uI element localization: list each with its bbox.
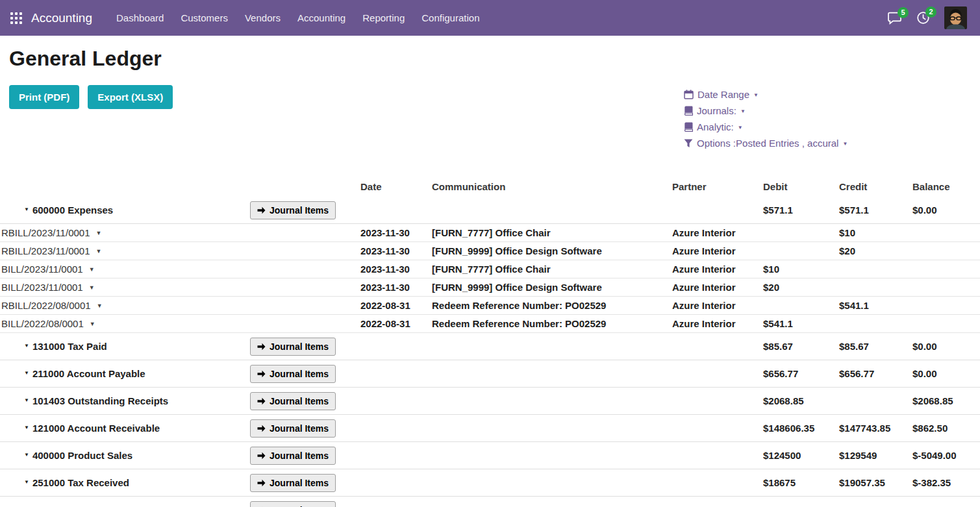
- page-title: General Ledger: [0, 36, 980, 71]
- group-credit: $19057.35: [839, 477, 912, 488]
- filter-date-range[interactable]: Date Range ▼: [684, 86, 848, 103]
- col-header-partner: Partner: [672, 181, 763, 192]
- collapse-caret-icon[interactable]: ▼: [24, 370, 29, 376]
- journal-items-button[interactable]: Journal Items: [250, 365, 336, 383]
- account-name: 121000 Account Receivable: [32, 423, 160, 434]
- account-name: 101403 Outstanding Receipts: [32, 395, 168, 406]
- account-group-row: ▼ 211000 Account Payable Journal Items $…: [0, 360, 980, 388]
- menu-item-reporting[interactable]: Reporting: [354, 0, 413, 36]
- col-header-credit: Credit: [839, 181, 912, 192]
- collapse-caret-icon[interactable]: ▼: [24, 479, 29, 485]
- account-name: 600000 Expenses: [32, 204, 113, 216]
- journal-items-button[interactable]: Journal Items: [250, 501, 336, 507]
- move-name: BILL/2022/08/0001: [1, 318, 84, 329]
- journal-items-button[interactable]: Journal Items: [250, 201, 336, 219]
- col-header-date: Date: [360, 181, 432, 192]
- line-date: 2023-11-30: [360, 245, 432, 256]
- journal-items-button[interactable]: Journal Items: [250, 447, 336, 465]
- group-balance: $-5049.00: [912, 450, 980, 461]
- line-partner: Azure Interior: [672, 282, 763, 293]
- move-dropdown-caret-icon[interactable]: ▼: [97, 303, 103, 309]
- move-dropdown-caret-icon[interactable]: ▼: [89, 284, 95, 291]
- move-name: BILL/2023/11/0001: [1, 264, 83, 275]
- journal-items-label: Journal Items: [270, 505, 329, 507]
- line-date: 2022-08-31: [360, 300, 432, 311]
- move-name: BILL/2023/11/0001: [1, 282, 83, 293]
- journal-line-row: RBILL/2022/08/0001 ▼ 2022-08-31 Redeem R…: [0, 297, 980, 315]
- filter-journals[interactable]: Journals: ▼: [684, 103, 848, 119]
- journal-items-label: Journal Items: [270, 396, 329, 406]
- collapse-caret-icon[interactable]: ▼: [24, 425, 29, 430]
- journal-items-label: Journal Items: [270, 341, 329, 352]
- line-partner: Azure Interior: [672, 300, 763, 311]
- collapse-caret-icon[interactable]: ▼: [24, 343, 29, 349]
- line-communication: Redeem Reference Number: PO02529: [432, 300, 672, 311]
- apps-grid-icon[interactable]: [10, 12, 22, 24]
- move-dropdown-caret-icon[interactable]: ▼: [90, 321, 95, 327]
- account-group-row: ▼ 121000 Account Receivable Journal Item…: [0, 415, 980, 442]
- account-group-row: ▼ 600000 Expenses Journal Items $571.1 $…: [0, 197, 980, 224]
- table-header-row: Date Communication Partner Debit Credit …: [0, 176, 980, 197]
- print-pdf-button[interactable]: Print (PDF): [9, 85, 79, 109]
- journal-items-label: Journal Items: [270, 205, 329, 216]
- account-group-row: ▼ 101403 Outstanding Receipts Journal It…: [0, 388, 980, 415]
- group-balance: $0.00: [912, 204, 980, 216]
- chevron-down-icon: ▼: [842, 141, 848, 147]
- journal-items-label: Journal Items: [270, 451, 329, 461]
- collapse-caret-icon[interactable]: ▼: [24, 397, 29, 403]
- account-group-row: ▼ 251000 Tax Received Journal Items $186…: [0, 469, 980, 497]
- user-avatar[interactable]: [944, 6, 967, 29]
- general-ledger-table: Date Communication Partner Debit Credit …: [0, 176, 980, 507]
- group-debit: $656.77: [763, 368, 839, 379]
- account-name: 131000 Tax Paid: [32, 341, 107, 352]
- menu-item-vendors[interactable]: Vendors: [236, 0, 289, 36]
- line-partner: Azure Interior: [672, 264, 763, 275]
- menu-item-customers[interactable]: Customers: [172, 0, 236, 36]
- journal-line-row: BILL/2023/11/0001 ▼ 2023-11-30 [FURN_999…: [0, 278, 980, 297]
- collapse-caret-icon[interactable]: ▼: [24, 206, 29, 212]
- filter-options[interactable]: Options :Posted Entries , accural ▼: [684, 135, 848, 151]
- journal-items-button[interactable]: Journal Items: [250, 392, 336, 410]
- col-header-communication: Communication: [432, 181, 672, 192]
- line-partner: Azure Interior: [672, 245, 763, 256]
- messages-badge: 5: [898, 7, 909, 18]
- line-date: 2022-08-31: [360, 318, 432, 329]
- app-title[interactable]: Accounting: [31, 11, 92, 25]
- journal-items-button[interactable]: Journal Items: [250, 474, 336, 492]
- menu-item-accounting[interactable]: Accounting: [289, 0, 354, 36]
- account-name: 400000 Product Sales: [32, 450, 132, 461]
- line-communication: [FURN_9999] Office Design Software: [432, 245, 672, 256]
- move-name: RBILL/2022/08/0001: [1, 300, 91, 311]
- report-filters: Date Range ▼ Journals: ▼ Analytic: ▼ Opt…: [684, 86, 848, 151]
- filter-label: Analytic:: [697, 121, 734, 132]
- account-group-row: ▼ 131000 Tax Paid Journal Items $85.67 $…: [0, 333, 980, 360]
- activities-clock-icon[interactable]: 2: [916, 11, 930, 25]
- collapse-caret-icon[interactable]: ▼: [24, 452, 29, 458]
- account-name: 251000 Tax Received: [32, 477, 129, 488]
- move-dropdown-caret-icon[interactable]: ▼: [96, 230, 102, 236]
- group-balance: $0.00: [912, 368, 980, 379]
- journal-line-row: RBILL/2023/11/0001 ▼ 2023-11-30 [FURN_99…: [0, 242, 980, 260]
- topbar-right-icons: 5 2: [887, 6, 967, 29]
- menu-item-dashboard[interactable]: Dashboard: [108, 0, 172, 36]
- menu-item-configuration[interactable]: Configuration: [413, 0, 488, 36]
- journal-items-button[interactable]: Journal Items: [250, 338, 336, 356]
- move-dropdown-caret-icon[interactable]: ▼: [89, 266, 95, 273]
- journal-items-button[interactable]: Journal Items: [250, 419, 336, 438]
- arrow-right-icon: [257, 343, 266, 351]
- line-date: 2023-11-30: [360, 282, 432, 293]
- filter-label: Options :Posted Entries , accural: [697, 138, 838, 149]
- move-dropdown-caret-icon[interactable]: ▼: [96, 248, 102, 254]
- group-debit: $85.67: [763, 341, 839, 352]
- messages-icon[interactable]: 5: [887, 12, 902, 25]
- filter-label: Date Range: [697, 89, 749, 100]
- group-debit: $18675: [763, 477, 839, 488]
- journal-items-label: Journal Items: [270, 478, 329, 488]
- ledger-body: ▼ 600000 Expenses Journal Items $571.1 $…: [0, 197, 980, 507]
- group-debit: $148606.35: [763, 423, 839, 434]
- journal-icon: [684, 106, 693, 116]
- top-navigation-bar: Accounting Dashboard Customers Vendors A…: [0, 0, 980, 36]
- filter-analytic[interactable]: Analytic: ▼: [684, 119, 848, 135]
- journal-items-label: Journal Items: [270, 369, 329, 379]
- export-xlsx-button[interactable]: Export (XLSX): [88, 85, 173, 109]
